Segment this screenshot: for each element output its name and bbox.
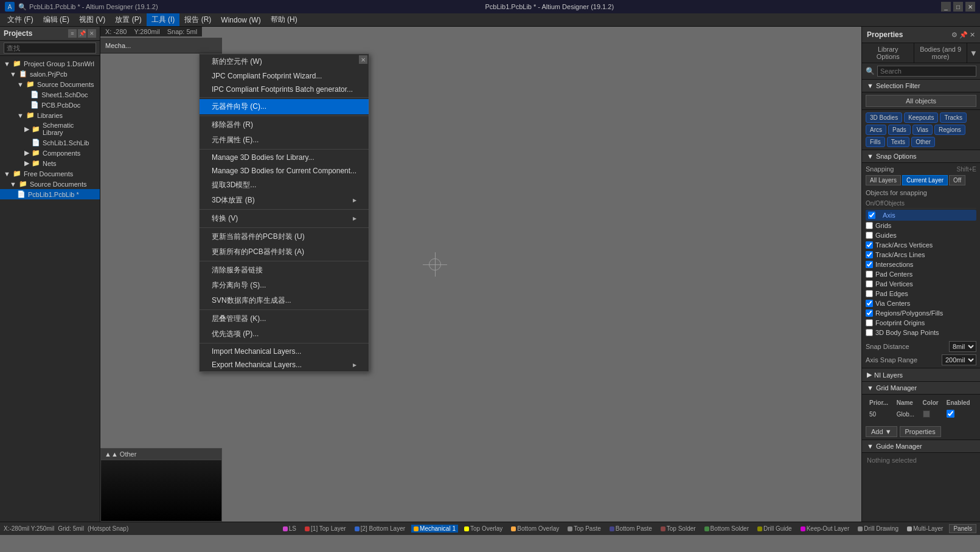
tree-item-libraries[interactable]: ▼ 📁 Libraries: [0, 110, 100, 120]
snap-checkbox-3d-snap[interactable]: [866, 329, 873, 336]
axis-snap-range-select[interactable]: 200mil: [942, 354, 976, 365]
snap-tab-all-layers[interactable]: All Layers: [866, 175, 901, 185]
selection-filter-header[interactable]: ▼ Selection Filter: [862, 80, 980, 92]
snap-checkbox-via-centers[interactable]: [866, 300, 873, 307]
snap-checkbox-pad-centers[interactable]: [866, 271, 873, 278]
menu-window[interactable]: Window (W): [216, 15, 265, 26]
layer-tab-drill-guide[interactable]: Drill Guide: [755, 525, 794, 533]
menu-item-update-current-pcb[interactable]: 更新当前器件的PCB封装 (U): [200, 229, 369, 244]
tree-item-pcblib[interactable]: 📄 PcbLib1.PcbLib *: [0, 189, 100, 199]
panel-close-btn[interactable]: ✕: [88, 29, 96, 38]
grid-add-button[interactable]: Add ▼: [866, 426, 897, 437]
menu-item-new-empty[interactable]: 新的空元件 (W): [200, 54, 369, 69]
menu-item-manage-3d-lib[interactable]: Manage 3D Bodies for Library...: [200, 151, 369, 164]
tree-item-free-docs[interactable]: ▼ 📁 Free Documents: [0, 168, 100, 179]
snap-checkbox-axis[interactable]: [868, 212, 875, 219]
snap-checkbox-pad-vertices[interactable]: [866, 280, 873, 288]
layer-tab-multi[interactable]: Multi-Layer: [905, 525, 945, 533]
menu-item-convert[interactable]: 转换 (V) ▶: [200, 211, 369, 226]
snap-tab-current-layer[interactable]: Current Layer: [902, 175, 948, 185]
snap-checkbox-track-arcs-v[interactable]: [866, 241, 873, 249]
tree-item-source-docs[interactable]: ▼ 📁 Source Documents: [0, 79, 100, 89]
menu-item-export-mechanical[interactable]: Export Mechanical Layers... ▶: [200, 358, 369, 371]
menu-edit[interactable]: 编辑 (E): [38, 13, 74, 26]
chip-keepouts[interactable]: Keepouts: [904, 112, 938, 123]
dropdown-close-button[interactable]: ✕: [359, 55, 367, 64]
menu-tools[interactable]: 工具 (I): [147, 13, 180, 26]
tree-item-schlib[interactable]: ▶ 📁 Schematic Library: [0, 120, 100, 137]
tree-item-schlib1[interactable]: 📄 SchLib1.SchLib: [0, 137, 100, 148]
panel-pin-btn[interactable]: 📌: [78, 29, 86, 38]
menu-place[interactable]: 放置 (P): [110, 13, 146, 26]
layer-tab-bottom-overlay[interactable]: Bottom Overlay: [509, 525, 561, 533]
menu-report[interactable]: 报告 (R): [179, 13, 216, 26]
tree-item-salon-prj[interactable]: ▼ 📋 salon.PrjPcb: [0, 69, 100, 79]
chip-texts[interactable]: Texts: [887, 137, 909, 147]
maximize-button[interactable]: □: [953, 2, 963, 12]
tab-bodies[interactable]: Bodies (and 9 more): [914, 43, 967, 63]
panel-pin-btn-right[interactable]: 📌: [959, 31, 968, 39]
tree-item-pcb[interactable]: 📄 PCB.PcbDoc: [0, 100, 100, 110]
snap-checkbox-guides[interactable]: [866, 232, 873, 239]
panel-settings-btn[interactable]: ⚙: [951, 31, 957, 39]
snap-distance-select[interactable]: 8mil: [949, 341, 976, 352]
layer-tab-keepout[interactable]: Keep-Out Layer: [798, 525, 852, 533]
chip-tracks[interactable]: Tracks: [940, 112, 967, 123]
layer-tab-mechanical[interactable]: Mechanical 1: [411, 525, 458, 533]
tree-item-project-group[interactable]: ▼ 📁 Project Group 1.DsnWrl: [0, 58, 100, 69]
chip-pads[interactable]: Pads: [888, 125, 911, 135]
tree-item-sheet1[interactable]: 📄 Sheet1.SchDoc: [0, 89, 100, 100]
menu-view[interactable]: 视图 (V): [74, 13, 110, 26]
snap-checkbox-track-arcs-l[interactable]: [866, 251, 873, 258]
snap-checkbox-regions[interactable]: [866, 309, 873, 317]
snap-checkbox-grids[interactable]: [866, 222, 873, 229]
layer-tab-drill-drawing[interactable]: Drill Drawing: [855, 525, 901, 533]
panel-close-btn-right[interactable]: ✕: [970, 31, 975, 39]
all-objects-button[interactable]: All objects: [866, 95, 976, 107]
menu-item-3d-place[interactable]: 3D体放置 (B) ▶: [200, 193, 369, 208]
menu-item-manage-3d-current[interactable]: Manage 3D Bodies for Current Component..…: [200, 164, 369, 178]
snap-tab-off[interactable]: Off: [949, 175, 965, 185]
menu-item-svn-generator[interactable]: SVN数据库的库生成器...: [200, 293, 369, 308]
panel-menu-btn[interactable]: ≡: [68, 29, 77, 38]
menu-item-import-mechanical[interactable]: Import Mechanical Layers...: [200, 345, 369, 358]
menu-file[interactable]: 文件 (F): [2, 13, 38, 26]
chip-3d-bodies[interactable]: 3D Bodies: [866, 112, 902, 123]
menu-item-component-props[interactable]: 元件属性 (E)...: [200, 133, 369, 148]
grid-manager-header[interactable]: ▼ Grid Manager: [862, 382, 980, 395]
layer-tab-bottom[interactable]: [2] Bottom Layer: [352, 525, 408, 533]
guide-manager-header[interactable]: ▼ Guide Manager: [862, 440, 980, 453]
menu-item-ipc-batch[interactable]: IPC Compliant Footprints Batch generator…: [200, 83, 369, 96]
layer-tab-bottom-solder[interactable]: Bottom Solder: [702, 525, 751, 533]
menu-item-remove-component[interactable]: 移除器件 (R): [200, 117, 369, 133]
menu-item-component-wizard[interactable]: 元器件向导 (C)...: [200, 99, 369, 114]
snap-checkbox-pad-edges[interactable]: [866, 290, 873, 297]
menu-item-preferences[interactable]: 优先选项 (P)...: [200, 326, 369, 342]
menu-item-update-all-pcb[interactable]: 更新所有的PCB器件封装 (A): [200, 244, 369, 260]
chip-arcs[interactable]: Arcs: [866, 125, 886, 135]
menu-item-clear-server[interactable]: 清除服务器链接: [200, 263, 369, 278]
chip-regions[interactable]: Regions: [934, 125, 965, 135]
grid-enabled-checkbox[interactable]: [947, 410, 954, 418]
snap-options-header[interactable]: ▼ Snap Options: [862, 150, 980, 163]
menu-item-layer-stack[interactable]: 层叠管理器 (K)...: [200, 311, 369, 326]
grid-row-1[interactable]: 50 Glob...: [867, 409, 975, 420]
tab-filter-btn[interactable]: ▼: [967, 43, 980, 63]
layer-tab-top-overlay[interactable]: Top Overlay: [462, 525, 505, 533]
menu-item-jpc-wizard[interactable]: JPC Compliant Footprint Wizard...: [200, 69, 369, 83]
snap-checkbox-footprint-origins[interactable]: [866, 319, 873, 326]
title-bar-search[interactable]: 🔍 PcbLib1.PcbLib * - Altium Designer (19…: [18, 3, 158, 11]
chip-vias[interactable]: Vias: [912, 125, 933, 135]
menu-help[interactable]: 帮助 (H): [266, 13, 302, 26]
tree-item-free-source[interactable]: ▼ 📁 Source Documents: [0, 179, 100, 189]
close-button[interactable]: ✕: [965, 2, 975, 12]
layer-tab-top-paste[interactable]: Top Paste: [565, 525, 603, 533]
ni-layers-header[interactable]: ▶ NI Layers: [862, 368, 980, 382]
project-search-input[interactable]: [4, 43, 96, 53]
layer-tab-top[interactable]: [1] Top Layer: [302, 525, 349, 533]
tree-item-components[interactable]: ▶ 📁 Components: [0, 148, 100, 158]
chip-fills[interactable]: Fills: [866, 137, 885, 147]
grid-properties-button[interactable]: Properties: [900, 426, 941, 437]
menu-item-extract-3d[interactable]: 提取3D模型...: [200, 178, 369, 193]
chip-other[interactable]: Other: [911, 137, 935, 147]
